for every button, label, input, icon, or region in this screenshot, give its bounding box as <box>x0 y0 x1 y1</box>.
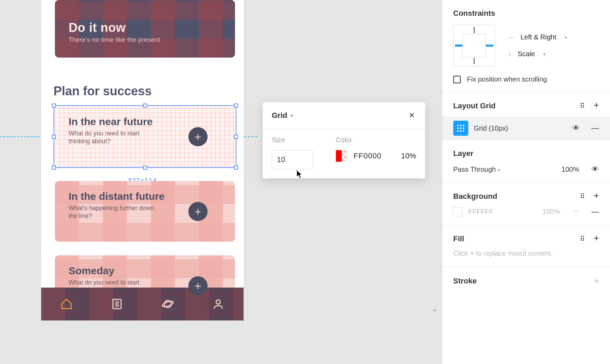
grid-type-dropdown[interactable]: Grid ▾ <box>272 111 293 120</box>
bottom-tab-bar <box>41 288 244 320</box>
checkbox-icon <box>453 76 461 83</box>
horizontal-arrow-icon: ↔ <box>509 34 514 40</box>
blend-mode-dropdown[interactable]: Pass Through ▾ <box>453 166 500 173</box>
background-opacity[interactable]: 100% <box>542 208 560 216</box>
layout-grid-section: Layout Grid ⠿ + Grid (10px) 👁 — <box>442 93 610 140</box>
chevron-down-icon: ▾ <box>291 113 293 118</box>
section-title-fill: Fill <box>453 234 464 243</box>
tab-list[interactable] <box>92 288 143 320</box>
blend-mode-value: Pass Through <box>453 166 496 173</box>
card-subtitle: What's happening further down the line? <box>69 204 158 220</box>
size-label: Size <box>272 136 322 144</box>
section-title-background: Background <box>453 192 497 201</box>
section-title-layout-grid: Layout Grid <box>453 101 495 110</box>
artboard[interactable]: Do it now There's no time like the prese… <box>41 0 244 320</box>
fill-styles-icon[interactable]: ⠿ <box>580 235 585 243</box>
resize-handle[interactable] <box>234 104 238 108</box>
chevron-down-icon: ▾ <box>565 35 567 40</box>
layer-opacity-input[interactable]: 100% <box>562 166 579 173</box>
card-title: In the near future <box>69 116 221 128</box>
stroke-section: Stroke + <box>442 267 610 295</box>
grid-type-label: Grid <box>272 111 287 120</box>
card-title: In the distant future <box>69 191 221 202</box>
constraints-widget[interactable] <box>453 25 495 66</box>
fix-position-label: Fix position when scrolling <box>467 75 547 83</box>
section-title: Plan for success <box>54 84 152 98</box>
visibility-toggle-icon[interactable]: 👁 <box>591 165 599 174</box>
vertical-arrow-icon: ↕ <box>509 51 512 57</box>
chevron-down-icon: ▾ <box>543 51 546 57</box>
fix-position-checkbox[interactable]: Fix position when scrolling <box>453 75 599 83</box>
color-hex-input[interactable]: FF0000 <box>354 151 382 160</box>
layout-grid-label: Grid (10px) <box>474 124 567 132</box>
card-subtitle: What do you need to start thinking about… <box>69 130 158 145</box>
chevron-down-icon: ▾ <box>498 167 500 173</box>
tab-home[interactable] <box>41 288 92 320</box>
add-icon[interactable]: + <box>188 276 208 295</box>
grid-size-input[interactable] <box>272 150 313 169</box>
horizontal-constraint-value: Left & Right <box>520 33 556 41</box>
grid-settings-popover[interactable]: Grid ▾ ✕ Size Color FF0000 10% <box>262 102 425 179</box>
resize-handle[interactable] <box>52 166 56 170</box>
background-swatch[interactable] <box>453 207 462 216</box>
close-icon[interactable]: ✕ <box>407 110 416 121</box>
background-fill-row[interactable]: FFFFFF 100% ︶ — <box>453 207 599 216</box>
hidden-icon[interactable]: ︶ <box>573 207 579 216</box>
resize-handle[interactable] <box>143 166 147 170</box>
section-title-stroke: Stroke <box>453 277 477 286</box>
fill-section: Fill ⠿ + Click + to replace mixed conten… <box>442 226 610 267</box>
panel-collapse-icon[interactable] <box>432 308 437 311</box>
background-hex[interactable]: FFFFFF <box>468 208 493 216</box>
grid-icon[interactable] <box>453 121 468 136</box>
card-distant-future[interactable]: In the distant future What's happening f… <box>55 181 235 242</box>
vertical-constraint-dropdown[interactable]: ↕ Scale ▾ <box>509 50 567 58</box>
hero-subtitle: There's no time like the present <box>55 35 235 44</box>
resize-handle[interactable] <box>234 166 238 170</box>
add-fill-icon[interactable]: + <box>594 235 599 243</box>
background-styles-icon[interactable]: ⠿ <box>580 192 585 201</box>
hero-card[interactable]: Do it now There's no time like the prese… <box>55 0 235 58</box>
color-label: Color <box>336 136 416 144</box>
tab-explore[interactable] <box>142 288 193 320</box>
card-subtitle: What do you need to start <box>69 279 158 287</box>
add-background-icon[interactable]: + <box>594 192 599 201</box>
inspector-panel: Constraints ↔ Left & Right ▾ ↕ Scale ▾ <box>442 0 610 364</box>
layer-section: Layer Pass Through ▾ 100% 👁 <box>442 140 610 183</box>
grid-styles-icon[interactable]: ⠿ <box>580 102 585 110</box>
visibility-toggle-icon[interactable]: 👁 <box>572 124 580 133</box>
section-title-constraints: Constraints <box>453 9 599 18</box>
card-title: Someday <box>69 265 221 277</box>
layout-grid-item[interactable]: Grid (10px) 👁 — <box>442 117 610 140</box>
mouse-cursor <box>296 170 303 179</box>
section-title-layer: Layer <box>453 149 599 158</box>
remove-background-icon[interactable]: — <box>591 207 599 216</box>
constraints-section: Constraints ↔ Left & Right ▾ ↕ Scale ▾ <box>442 0 610 93</box>
horizontal-constraint-dropdown[interactable]: ↔ Left & Right ▾ <box>509 33 567 41</box>
color-opacity-input[interactable]: 10% <box>401 151 416 160</box>
color-swatch[interactable] <box>336 150 348 162</box>
fill-mixed-hint: Click + to replace mixed content. <box>453 250 599 257</box>
hero-title: Do it now <box>55 0 235 35</box>
add-icon[interactable]: + <box>188 202 208 221</box>
add-stroke-icon[interactable]: + <box>594 276 599 286</box>
background-section: Background ⠿ + FFFFFF 100% ︶ — <box>442 183 610 226</box>
vertical-constraint-value: Scale <box>518 50 535 58</box>
add-icon[interactable]: + <box>188 127 208 146</box>
resize-handle[interactable] <box>52 104 56 108</box>
remove-grid-icon[interactable]: — <box>591 124 599 133</box>
add-grid-icon[interactable]: + <box>594 102 599 110</box>
